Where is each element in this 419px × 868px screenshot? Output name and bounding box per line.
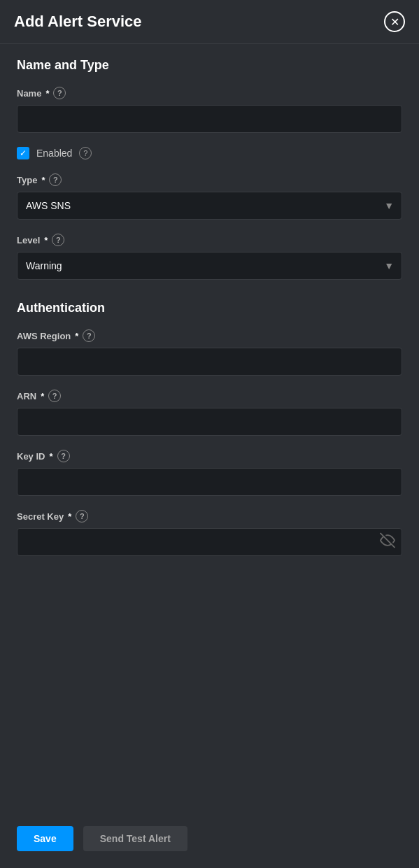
type-help-icon[interactable]: ? bbox=[49, 173, 62, 186]
name-label: Name * ? bbox=[17, 87, 402, 99]
aws-region-label: AWS Region * ? bbox=[17, 329, 402, 342]
aws-region-help-icon[interactable]: ? bbox=[83, 329, 95, 342]
arn-label: ARN * ? bbox=[17, 390, 402, 402]
secret-key-help-icon[interactable]: ? bbox=[76, 510, 88, 522]
aws-region-required-star: * bbox=[75, 331, 78, 341]
add-alert-service-modal: Add Alert Service ✕ Name and Type Name *… bbox=[0, 0, 419, 868]
send-test-alert-button[interactable]: Send Test Alert bbox=[83, 826, 187, 851]
secret-key-input[interactable] bbox=[17, 528, 402, 556]
type-field-group: Type * ? AWS SNS Email Slack PagerDuty ▼ bbox=[17, 173, 402, 220]
enabled-checkbox[interactable]: ✓ bbox=[17, 147, 29, 159]
key-id-required-star: * bbox=[49, 451, 52, 462]
close-button[interactable]: ✕ bbox=[384, 11, 405, 32]
type-select[interactable]: AWS SNS Email Slack PagerDuty bbox=[17, 192, 402, 220]
type-required-star: * bbox=[41, 175, 45, 185]
key-id-label: Key ID * ? bbox=[17, 450, 402, 462]
secret-key-label: Secret Key * ? bbox=[17, 510, 402, 522]
enabled-help-icon[interactable]: ? bbox=[79, 147, 92, 159]
enabled-label: Enabled bbox=[36, 148, 72, 159]
modal-footer: Save Send Test Alert bbox=[0, 812, 419, 868]
section-name-type-title: Name and Type bbox=[17, 58, 402, 73]
modal-body: Name and Type Name * ? ✓ Enabled bbox=[0, 44, 419, 805]
auth-section-title: Authentication bbox=[17, 301, 402, 315]
arn-input[interactable] bbox=[17, 408, 402, 436]
type-select-wrapper: AWS SNS Email Slack PagerDuty ▼ bbox=[17, 192, 402, 220]
arn-help-icon[interactable]: ? bbox=[48, 390, 61, 402]
key-id-input[interactable] bbox=[17, 468, 402, 496]
level-help-icon[interactable]: ? bbox=[52, 234, 64, 246]
key-id-help-icon[interactable]: ? bbox=[57, 450, 70, 462]
name-field-group: Name * ? bbox=[17, 87, 402, 133]
secret-key-password-wrapper bbox=[17, 528, 402, 556]
name-help-icon[interactable]: ? bbox=[53, 87, 66, 99]
auth-section: Authentication AWS Region * ? ARN * bbox=[17, 301, 402, 556]
name-type-section: Name and Type Name * ? ✓ Enabled bbox=[17, 58, 402, 280]
modal-title: Add Alert Service bbox=[14, 13, 142, 31]
level-select[interactable]: Warning Critical Info bbox=[17, 252, 402, 280]
save-button[interactable]: Save bbox=[17, 826, 73, 851]
name-required-star: * bbox=[45, 88, 49, 99]
aws-region-input[interactable] bbox=[17, 348, 402, 376]
enabled-checkbox-row: ✓ Enabled ? bbox=[17, 147, 402, 159]
secret-key-field-group: Secret Key * ? bbox=[17, 510, 402, 556]
secret-key-required-star: * bbox=[68, 511, 71, 522]
modal-header: Add Alert Service ✕ bbox=[0, 0, 419, 44]
close-icon: ✕ bbox=[390, 15, 399, 29]
toggle-password-icon[interactable] bbox=[380, 533, 395, 552]
level-select-wrapper: Warning Critical Info ▼ bbox=[17, 252, 402, 280]
check-icon: ✓ bbox=[20, 148, 27, 158]
name-input[interactable] bbox=[17, 105, 402, 133]
type-label: Type * ? bbox=[17, 173, 402, 186]
key-id-field-group: Key ID * ? bbox=[17, 450, 402, 496]
arn-field-group: ARN * ? bbox=[17, 390, 402, 436]
level-required-star: * bbox=[44, 235, 48, 246]
level-label: Level * ? bbox=[17, 234, 402, 246]
level-field-group: Level * ? Warning Critical Info ▼ bbox=[17, 234, 402, 280]
arn-required-star: * bbox=[41, 391, 44, 401]
aws-region-field-group: AWS Region * ? bbox=[17, 329, 402, 376]
